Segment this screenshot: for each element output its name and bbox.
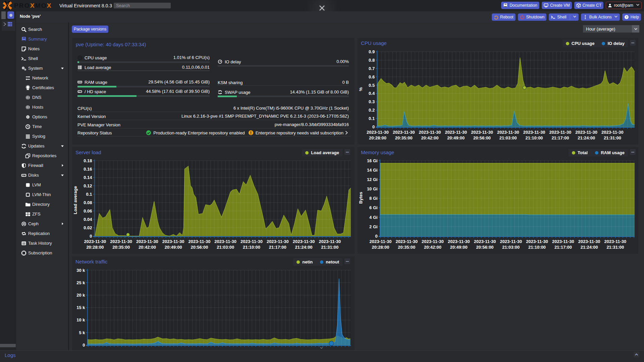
svg-text:2023-11-30: 2023-11-30 (604, 239, 627, 244)
svg-text:12 Gi: 12 Gi (367, 177, 378, 182)
svg-text:Bytes: Bytes (358, 192, 363, 203)
svg-text:21:03:00: 21:03:00 (499, 135, 517, 140)
svg-text:0.02: 0.02 (84, 225, 92, 230)
svg-text:2023-11-30: 2023-11-30 (500, 239, 522, 244)
svg-text:21:31:00: 21:31:00 (321, 245, 338, 250)
svg-text:25 k: 25 k (76, 280, 85, 285)
svg-text:10 Gi: 10 Gi (367, 186, 378, 191)
svg-text:30 k: 30 k (76, 268, 85, 273)
svg-text:6 Gi: 6 Gi (369, 205, 378, 210)
svg-text:0: 0 (90, 234, 92, 239)
svg-text:20:56:00: 20:56:00 (473, 135, 491, 140)
svg-text:20:42:00: 20:42:00 (421, 135, 438, 140)
svg-text:20:35:00: 20:35:00 (112, 245, 130, 250)
svg-text:20:28:00: 20:28:00 (86, 245, 104, 250)
svg-text:2023-11-30: 2023-11-30 (601, 130, 624, 135)
svg-text:2 Gi: 2 Gi (369, 224, 378, 229)
svg-text:21:24:00: 21:24:00 (578, 135, 595, 140)
svg-text:21:03:00: 21:03:00 (502, 245, 520, 250)
svg-text:21:10:00: 21:10:00 (526, 135, 543, 140)
svg-text:20:35:00: 20:35:00 (398, 245, 415, 250)
svg-text:%: % (358, 87, 363, 91)
svg-text:2023-11-30: 2023-11-30 (419, 130, 441, 135)
svg-text:0: 0 (375, 234, 377, 239)
svg-text:20:56:00: 20:56:00 (476, 245, 494, 250)
svg-text:2023-11-30: 2023-11-30 (549, 130, 572, 135)
svg-text:21:17:00: 21:17:00 (269, 245, 286, 250)
svg-text:2023-11-30: 2023-11-30 (422, 239, 444, 244)
svg-text:21:24:00: 21:24:00 (581, 245, 598, 250)
svg-text:0.12: 0.12 (84, 183, 92, 188)
svg-text:0.4: 0.4 (369, 91, 375, 96)
svg-text:2023-11-30: 2023-11-30 (393, 130, 415, 135)
svg-text:0.18: 0.18 (84, 158, 92, 163)
svg-text:2023-11-30: 2023-11-30 (110, 239, 132, 244)
svg-text:20:49:00: 20:49:00 (450, 245, 468, 250)
svg-text:20:49:00: 20:49:00 (165, 245, 182, 250)
svg-text:20:28:00: 20:28:00 (372, 245, 389, 250)
svg-text:20:42:00: 20:42:00 (424, 245, 441, 250)
svg-text:21:24:00: 21:24:00 (295, 245, 313, 250)
svg-text:20:42:00: 20:42:00 (139, 245, 156, 250)
svg-text:2023-11-30: 2023-11-30 (578, 239, 600, 244)
svg-text:2023-11-30: 2023-11-30 (575, 130, 597, 135)
svg-text:21:31:00: 21:31:00 (604, 135, 621, 140)
svg-text:20:49:00: 20:49:00 (447, 135, 465, 140)
svg-text:0.2: 0.2 (369, 108, 375, 113)
svg-text:0.8: 0.8 (369, 58, 375, 63)
svg-text:20:56:00: 20:56:00 (191, 245, 208, 250)
svg-text:2023-11-30: 2023-11-30 (319, 239, 341, 244)
svg-text:2023-11-30: 2023-11-30 (523, 130, 545, 135)
svg-text:21:31:00: 21:31:00 (606, 245, 624, 250)
svg-text:21:17:00: 21:17:00 (551, 135, 569, 140)
svg-text:0.08: 0.08 (84, 200, 92, 205)
svg-text:0: 0 (83, 343, 85, 348)
svg-text:4 Gi: 4 Gi (369, 215, 378, 220)
svg-text:2023-11-30: 2023-11-30 (370, 239, 392, 244)
svg-text:0.14: 0.14 (84, 175, 92, 180)
svg-text:Load average: Load average (73, 186, 78, 214)
svg-text:5 k: 5 k (79, 330, 86, 335)
svg-text:0.04: 0.04 (84, 217, 92, 222)
svg-text:0.3: 0.3 (369, 99, 375, 104)
svg-text:2023-11-30: 2023-11-30 (448, 239, 470, 244)
svg-text:2023-11-30: 2023-11-30 (471, 130, 493, 135)
svg-text:16 Gi: 16 Gi (367, 158, 378, 163)
svg-text:2023-11-30: 2023-11-30 (267, 239, 289, 244)
svg-text:2023-11-30: 2023-11-30 (497, 130, 519, 135)
svg-text:0: 0 (372, 124, 375, 129)
svg-text:2023-11-30: 2023-11-30 (552, 239, 574, 244)
svg-text:15 k: 15 k (76, 305, 85, 310)
svg-text:8 Gi: 8 Gi (369, 196, 378, 201)
svg-text:2023-11-30: 2023-11-30 (445, 130, 467, 135)
svg-text:10 k: 10 k (76, 317, 85, 322)
svg-text:20:28:00: 20:28:00 (369, 135, 386, 140)
svg-text:2023-11-30: 2023-11-30 (162, 239, 184, 244)
svg-text:?: ? (626, 15, 627, 19)
svg-text:2023-11-30: 2023-11-30 (189, 239, 211, 244)
svg-text:21:10:00: 21:10:00 (243, 245, 260, 250)
svg-text:2023-11-30: 2023-11-30 (474, 239, 496, 244)
svg-text:2023-11-30: 2023-11-30 (367, 130, 389, 135)
svg-text:20 k: 20 k (76, 293, 85, 298)
svg-text:0.06: 0.06 (84, 208, 92, 214)
svg-text:0.9: 0.9 (369, 49, 375, 54)
svg-text:21:03:00: 21:03:00 (217, 245, 234, 250)
svg-text:2023-11-30: 2023-11-30 (395, 239, 418, 244)
svg-text:14 Gi: 14 Gi (367, 168, 378, 173)
svg-text:0.6: 0.6 (369, 74, 375, 79)
svg-text:0.16: 0.16 (84, 167, 92, 172)
svg-text:2023-11-30: 2023-11-30 (526, 239, 548, 244)
svg-text:0.1: 0.1 (369, 116, 375, 121)
svg-text:20:35:00: 20:35:00 (395, 135, 413, 140)
svg-text:2023-11-30: 2023-11-30 (84, 239, 106, 244)
svg-text:2023-11-30: 2023-11-30 (293, 239, 315, 244)
svg-text:21:10:00: 21:10:00 (528, 245, 546, 250)
svg-text:2023-11-30: 2023-11-30 (240, 239, 263, 244)
svg-text:2023-11-30: 2023-11-30 (214, 239, 236, 244)
svg-text:0.1: 0.1 (86, 192, 92, 197)
svg-text:0.5: 0.5 (369, 83, 375, 88)
svg-text:21:17:00: 21:17:00 (554, 245, 572, 250)
svg-text:2023-11-30: 2023-11-30 (136, 239, 158, 244)
svg-text:0.7: 0.7 (369, 66, 375, 71)
